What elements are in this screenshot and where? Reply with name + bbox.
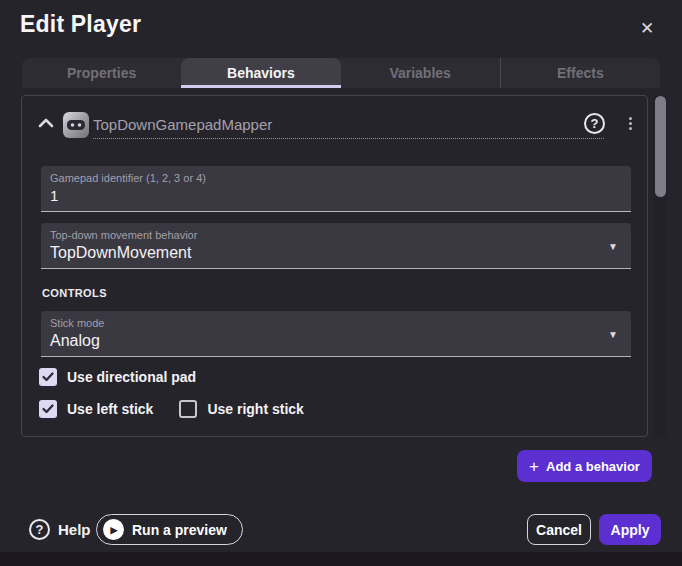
apply-button[interactable]: Apply [599,514,661,545]
stick-mode-value: Analog [50,332,621,350]
tab-effects-label: Effects [557,65,604,81]
use-directional-pad-checkbox[interactable] [39,368,57,386]
help-button[interactable]: ? Help [29,519,91,540]
check-icon [42,404,54,414]
tab-variables[interactable]: Variables [341,58,500,88]
tab-behaviors-label: Behaviors [227,65,295,81]
active-tab-underline [181,85,340,88]
scrollbar-thumb[interactable] [655,96,666,197]
chevron-down-icon: ▼ [608,241,618,252]
chevron-down-icon: ▼ [608,329,618,340]
movement-behavior-value: TopDownMovement [50,244,621,262]
page-background [0,552,682,566]
screen: Edit Player ✕ Properties Behaviors Varia… [0,0,682,566]
behaviors-panel: TopDownGamepadMapper ? Gamepad identifie… [21,95,648,437]
behavior-name-field[interactable]: TopDownGamepadMapper [93,116,604,139]
collapse-chevron-icon[interactable] [38,117,54,129]
tab-variables-label: Variables [389,65,451,81]
check-icon [42,372,54,382]
plus-icon: + [529,458,539,475]
run-preview-button[interactable]: ▶ Run a preview [96,514,243,545]
gamepad-identifier-value: 1 [50,187,621,204]
use-right-stick-checkbox[interactable] [179,400,197,418]
help-icon: ? [29,519,50,540]
close-icon[interactable]: ✕ [634,15,660,41]
use-right-stick-label[interactable]: Use right stick [207,401,303,417]
run-preview-label: Run a preview [132,522,227,538]
gamepad-identifier-field[interactable]: Gamepad identifier (1, 2, 3 or 4) 1 [41,166,631,212]
help-label: Help [58,521,91,538]
tab-bar: Properties Behaviors Variables Effects [22,58,660,88]
tab-behaviors[interactable]: Behaviors [181,58,340,88]
behavior-menu-icon[interactable] [621,113,639,134]
directional-pad-row: Use directional pad [39,368,196,386]
behavior-help-icon[interactable]: ? [584,113,605,134]
gamepad-icon [63,112,89,138]
movement-behavior-label: Top-down movement behavior [50,229,621,241]
controls-section-heading: CONTROLS [42,287,107,299]
add-behavior-label: Add a behavior [546,459,640,474]
use-left-stick-checkbox[interactable] [39,400,57,418]
movement-behavior-select[interactable]: Top-down movement behavior TopDownMoveme… [41,223,631,269]
dialog-title: Edit Player [20,11,141,38]
stick-mode-select[interactable]: Stick mode Analog ▼ [41,311,631,357]
cancel-label: Cancel [536,522,582,538]
tab-properties[interactable]: Properties [22,58,181,88]
cancel-button[interactable]: Cancel [527,514,591,545]
apply-label: Apply [611,522,650,538]
stick-mode-label: Stick mode [50,317,621,329]
add-behavior-button[interactable]: + Add a behavior [517,450,652,482]
use-directional-pad-label[interactable]: Use directional pad [67,369,196,385]
edit-player-dialog: Edit Player ✕ Properties Behaviors Varia… [0,0,682,552]
use-left-stick-label[interactable]: Use left stick [67,401,153,417]
sticks-row: Use left stick Use right stick [39,400,304,418]
tab-properties-label: Properties [67,65,136,81]
gamepad-identifier-label: Gamepad identifier (1, 2, 3 or 4) [50,172,621,184]
tab-effects[interactable]: Effects [500,58,660,88]
play-icon: ▶ [103,519,124,540]
